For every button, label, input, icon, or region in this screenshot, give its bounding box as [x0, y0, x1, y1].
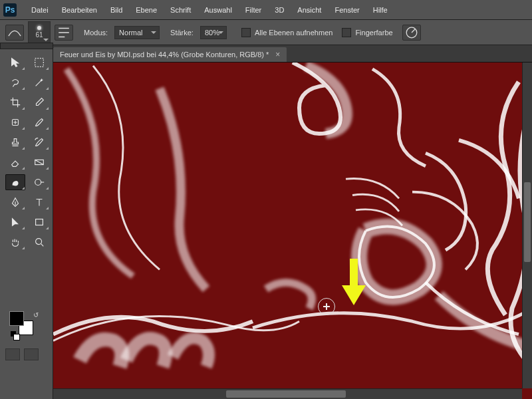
dodge-tool[interactable] — [29, 174, 49, 190]
shape-tool[interactable] — [29, 214, 49, 230]
menu-file[interactable]: Datei — [25, 6, 55, 14]
magic-wand-tool[interactable] — [29, 74, 49, 90]
pressure-size-button[interactable] — [402, 25, 421, 41]
fingerpaint-label: Fingerfarbe — [355, 29, 398, 37]
history-brush-tool[interactable] — [29, 134, 49, 150]
toolbox-handle[interactable] — [0, 43, 53, 49]
toolbox: ↺ — [0, 49, 53, 399]
strength-label: Stärke: — [164, 29, 196, 37]
artwork — [53, 63, 532, 399]
tool-preset-picker[interactable] — [5, 25, 24, 41]
fingerpaint-checkbox[interactable] — [342, 28, 351, 37]
canvas[interactable] — [53, 63, 532, 399]
eraser-tool[interactable] — [5, 154, 25, 170]
menu-view[interactable]: Ansicht — [291, 6, 328, 14]
menu-type[interactable]: Schrift — [164, 6, 198, 14]
annotation-arrow — [340, 259, 367, 307]
close-icon[interactable]: × — [275, 50, 280, 59]
vertical-scrollbar[interactable] — [522, 63, 532, 388]
svg-point-6 — [36, 239, 42, 245]
menu-image[interactable]: Bild — [104, 6, 129, 14]
sample-all-label: Alle Ebenen aufnehmen — [255, 29, 338, 37]
healing-tool[interactable] — [5, 114, 25, 130]
svg-marker-8 — [342, 259, 366, 305]
mode-value: Normal — [119, 29, 142, 37]
smudge-tool[interactable] — [5, 174, 25, 190]
move-tool[interactable] — [5, 55, 25, 70]
lasso-tool[interactable] — [5, 74, 25, 90]
brush-preset-picker[interactable]: 61 — [28, 21, 51, 44]
options-bar: 61 Modus: Normal Stärke: 80% Alle Ebenen… — [0, 20, 532, 45]
document-tab-bar: Feuer und Eis by MDI.psd bei 44,4% (Grob… — [0, 45, 532, 63]
svg-point-4 — [35, 180, 41, 186]
eyedropper-tool[interactable] — [29, 94, 49, 110]
menu-help[interactable]: Hilfe — [366, 6, 394, 14]
svg-rect-5 — [36, 219, 43, 225]
menu-layer[interactable]: Ebene — [129, 6, 164, 14]
brush-panel-button[interactable] — [55, 25, 73, 41]
mode-label: Modus: — [77, 29, 110, 37]
horizontal-scrollbar[interactable] — [53, 388, 522, 399]
ps-logo[interactable]: Ps — [3, 3, 17, 17]
type-tool[interactable] — [29, 194, 49, 210]
color-swatches[interactable]: ↺ — [7, 310, 40, 339]
path-select-tool[interactable] — [5, 214, 25, 230]
scrollbar-thumb[interactable] — [524, 182, 531, 262]
pen-tool[interactable] — [5, 194, 25, 210]
scrollbar-thumb[interactable] — [226, 390, 346, 398]
brush-size-value: 61 — [35, 31, 43, 39]
swap-colors-icon[interactable]: ↺ — [33, 311, 39, 319]
screenmode-toggle[interactable] — [24, 348, 39, 360]
hand-tool[interactable] — [5, 234, 25, 250]
crop-tool[interactable] — [5, 94, 25, 110]
strength-select[interactable]: 80% — [200, 26, 227, 39]
menu-edit[interactable]: Bearbeiten — [55, 6, 104, 14]
foreground-color[interactable] — [9, 311, 24, 326]
mode-select[interactable]: Normal — [114, 26, 160, 39]
quickmask-toggle[interactable] — [5, 348, 20, 360]
brush-cursor — [318, 298, 335, 315]
strength-value: 80% — [205, 29, 219, 37]
menu-bar: Ps Datei Bearbeiten Bild Ebene Schrift A… — [0, 0, 532, 20]
sample-all-checkbox[interactable] — [241, 28, 251, 37]
menu-select[interactable]: Auswahl — [198, 6, 239, 14]
brush-tool[interactable] — [29, 114, 49, 130]
marquee-tool[interactable] — [29, 55, 49, 70]
tab-title: Feuer und Eis by MDI.psd bei 44,4% (Grob… — [60, 51, 269, 59]
document-tab[interactable]: Feuer und Eis by MDI.psd bei 44,4% (Grob… — [53, 47, 287, 62]
menu-3d[interactable]: 3D — [268, 6, 291, 14]
gradient-tool[interactable] — [29, 154, 49, 170]
zoom-tool[interactable] — [29, 234, 49, 250]
menu-window[interactable]: Fenster — [328, 6, 366, 14]
svg-rect-1 — [35, 59, 44, 67]
menu-filter[interactable]: Filter — [239, 6, 268, 14]
default-colors-icon[interactable] — [11, 331, 19, 339]
stamp-tool[interactable] — [5, 134, 25, 150]
workspace — [0, 63, 532, 399]
